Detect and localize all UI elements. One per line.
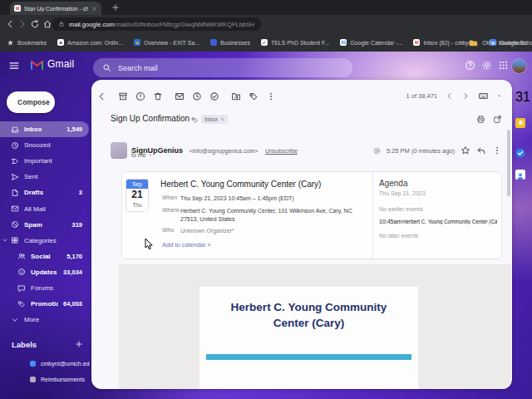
labels-header: Labels [12,340,37,349]
labels-icon[interactable] [249,91,259,101]
bookmarks-overflow-icon[interactable] [457,39,465,47]
sidebar-item-drafts[interactable]: Drafts3 [0,185,89,200]
add-to-tasks-icon[interactable] [209,91,219,101]
tab-close-icon[interactable] [91,6,97,12]
other-bookmarks-label: Other bookmarks [482,40,527,46]
timestamp: 5:25 PM (0 minutes ago) [387,147,455,155]
where-label: Where [162,207,180,213]
category-icon [11,236,19,244]
settings-icon[interactable] [481,60,492,71]
compose-label: Compose [17,98,50,106]
other-bookmarks[interactable]: Other bookmarks [457,33,527,52]
sidebar-item-updates[interactable]: Updates33,034 [0,264,89,280]
screen: M Sign Up Confirmation - christyb mail.g… [0,0,532,399]
newer-icon[interactable] [445,91,454,101]
snooze-icon[interactable] [192,91,202,101]
star-icon[interactable] [461,145,470,155]
bookmark-tels-phd-student-f[interactable]: ✓TELS PhD Student F... [261,39,329,46]
sender-avatar[interactable] [111,142,127,159]
email-body-heading: Herbert C. Young Community Center (Cary) [218,299,400,331]
search-input[interactable]: Search mail [93,58,352,77]
agenda-event-title[interactable]: Herbert C. Young Community Center (Cary) [402,219,497,224]
delete-icon[interactable] [153,91,163,101]
apps-icon[interactable] [498,60,509,71]
more-icon[interactable] [266,91,276,101]
browser-tab[interactable]: M Sign Up Confirmation - christyb [10,2,101,15]
sidebar-item-label: Important [24,157,77,165]
search-icon[interactable] [102,63,111,72]
scrollbar-thumb[interactable] [507,130,510,196]
older-icon[interactable] [461,91,470,101]
who-value: Unknown Organizer* [180,227,359,235]
agenda-date: Thu Sep 21, 2023 [379,190,426,196]
header-actions [465,60,509,71]
sidebar-item-label: Spam [24,221,66,229]
remove-label-icon[interactable] [220,117,224,121]
archive-icon[interactable] [118,91,128,101]
tasks-icon[interactable] [515,146,525,156]
search-placeholder: Search mail [118,64,158,72]
folder-icon [469,38,478,47]
label-cmbyrd-umich-edu[interactable]: cmbyrd@umich.edu [30,357,90,369]
unsubscribe-link[interactable]: Unsubscribe [265,148,298,154]
sidebar-item-inbox[interactable]: Inbox1,549 [0,121,89,137]
forward-icon[interactable] [17,19,27,29]
email-body-card: Herbert C. Young Community Center (Cary) [200,287,418,389]
clock-icon [11,141,19,150]
bookmark-businesses[interactable]: Businesses [210,39,250,46]
sidebar-item-all-mail[interactable]: All Mail [0,201,89,217]
sidebar-item-categories[interactable]: Categories [0,233,89,249]
inbox-chip[interactable]: Inbox [201,115,228,124]
address-bar[interactable]: mail.google.com/mail/u/0/#inbox/FMfcgzGl… [52,17,261,31]
back-icon[interactable] [96,91,106,101]
sidebar-item-more[interactable]: More [0,312,89,328]
sidebar-item-spam[interactable]: Spam319 [0,217,89,233]
when-value: Thu Sep 21, 2023 10:45am – 1:45pm (EDT) [180,195,359,203]
sidebar-item-important[interactable]: Important [0,153,89,169]
url-text: mail.google.com/mail/u/0/#inbox/FMfcgzGl… [69,21,254,28]
bookmark-google-calendar[interactable]: 31Google Calendar -... [340,39,402,46]
input-tools-icon[interactable] [478,91,489,101]
add-to-calendar-link[interactable]: Add to calendar » [162,241,211,249]
report-spam-icon[interactable] [135,91,145,101]
refresh-icon[interactable] [30,19,40,29]
recipient-line[interactable]: to me [131,152,153,158]
sidebar-item-count: 64,003 [63,300,89,308]
back-icon[interactable] [5,19,15,29]
spam-icon [11,220,19,229]
mouse-cursor [145,238,154,250]
help-icon[interactable] [465,60,475,71]
move-to-icon[interactable] [231,91,241,101]
email-subject: Sign Up Confirmation [111,114,190,123]
print-icon[interactable] [476,115,485,124]
star-icon [7,39,14,47]
details-caret-icon[interactable] [148,153,153,158]
photo-icon [373,147,381,155]
keep-icon[interactable] [515,118,525,128]
label-reimbursements[interactable]: Reimbursements [30,373,90,385]
compose-button[interactable]: Compose [7,91,55,113]
collapse-icon[interactable] [2,237,8,244]
calendar-icon[interactable]: 31 [515,90,525,100]
sidebar-item-social[interactable]: Social5,170 [0,249,89,264]
mark-unread-icon[interactable] [175,91,185,101]
bookmark-amazon-com-onlin[interactable]: aAmazon.com: Onlin... [57,39,123,46]
account-avatar[interactable] [512,59,526,73]
reply-icon[interactable] [476,145,486,155]
sidebar-item-forums[interactable]: Forums [0,280,89,296]
bookmark-overview-exit-sa[interactable]: ▲Overview - EXIT Sa... [134,39,200,46]
recipient-label: to me [131,152,146,158]
sidebar-item-label: Sent [24,173,77,180]
contacts-icon[interactable] [515,170,525,180]
sidebar-item-snoozed[interactable]: Snoozed [0,137,89,153]
sidebar-item-sent[interactable]: Sent [0,169,89,185]
new-tab-button[interactable] [111,3,120,12]
open-in-new-icon[interactable] [493,115,502,124]
input-tools-caret-icon[interactable] [496,93,502,99]
bookmark-bookmarks[interactable]: Bookmarks [7,39,47,47]
tab-title: Sign Up Confirmation - christyb [24,6,88,12]
sidebar-item-promotions[interactable]: Promotions64,003 [0,296,89,312]
more-options-icon[interactable] [492,145,502,155]
add-label-icon[interactable] [75,340,83,348]
agenda-no-later: No later events [379,233,418,239]
